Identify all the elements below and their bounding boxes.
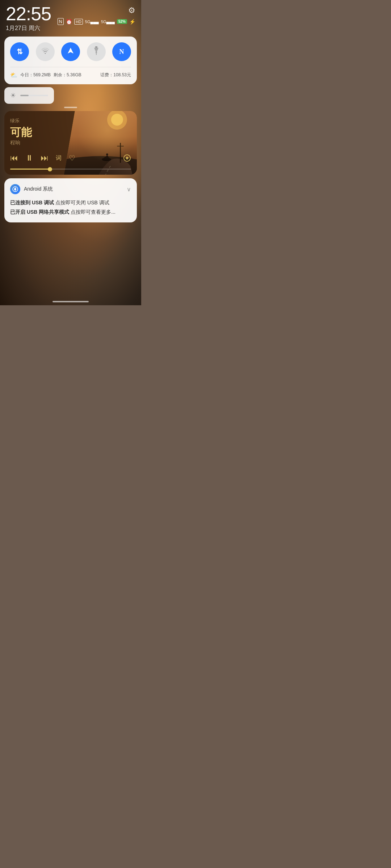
- collapse-handle: [0, 104, 141, 110]
- toggle-data-swap[interactable]: ⇅: [10, 42, 29, 61]
- notification-card[interactable]: Android 系统 ∨ 已连接到 USB 调试 点按即可关闭 USB 调试 已…: [4, 178, 137, 222]
- progress-fill: [10, 169, 50, 170]
- status-icons-group: N ⏰ HD 5G▄▄▄ 5G▄▄▄ 52% ⚡: [58, 18, 135, 25]
- handle-bar: [64, 107, 77, 108]
- brightness-bar[interactable]: ☀: [4, 87, 54, 104]
- 5g-signal-2: 5G▄▄▄: [101, 20, 115, 24]
- notification-expand-icon[interactable]: ∨: [127, 186, 131, 193]
- status-bar: 22:55 1月27日 周六 ⚙ N ⏰ HD 5G▄▄▄ 5G▄▄▄ 52% …: [0, 0, 141, 34]
- notif-app-info: Android 系统: [10, 184, 53, 194]
- nfc-toggle-icon: N: [119, 48, 124, 56]
- next-button[interactable]: ⏭: [41, 153, 49, 163]
- brightness-track[interactable]: [20, 95, 48, 96]
- music-content: 绿乐 可能 程响 ⏮ ⏸ ⏭ 词 ♡: [4, 111, 137, 175]
- 5g-signal-1: 5G▄▄▄: [85, 20, 99, 24]
- date-display: 1月27日 周六: [6, 25, 51, 32]
- android-system-icon: [10, 184, 20, 194]
- brightness-icon: ☀: [10, 92, 16, 99]
- data-remaining: 剩余：5.36GB: [54, 72, 81, 78]
- data-usage-info: ⛅ 今日：569.2MB 剩余：5.36GB 话费：108.53元: [10, 67, 131, 78]
- like-button[interactable]: ♡: [69, 154, 75, 162]
- svg-point-16: [14, 188, 16, 190]
- music-artist: 程响: [10, 140, 131, 146]
- notif-usb-share-bold: 已开启 USB 网络共享模式: [10, 209, 69, 215]
- svg-rect-1: [95, 46, 97, 48]
- data-left-info: ⛅ 今日：569.2MB 剩余：5.36GB: [10, 72, 81, 78]
- settings-icon[interactable]: ⚙: [128, 6, 135, 15]
- alarm-icon: ⏰: [66, 19, 72, 25]
- progress-track[interactable]: [10, 169, 131, 170]
- music-player-card: 绿乐 可能 程响 ⏮ ⏸ ⏭ 词 ♡: [4, 111, 137, 175]
- quick-toggles-row: ⇅: [10, 42, 131, 61]
- progress-thumb: [48, 167, 52, 171]
- notification-line-1: 已连接到 USB 调试 点按即可关闭 USB 调试: [10, 199, 131, 207]
- notif-usb-debug-rest: 点按即可关闭 USB 调试: [54, 200, 109, 205]
- nfc-icon: N: [58, 18, 64, 25]
- toggle-nfc[interactable]: N: [112, 42, 131, 61]
- notification-header: Android 系统 ∨: [10, 184, 131, 194]
- notif-usb-share-rest: 点按即可查看更多...: [69, 209, 115, 215]
- toggle-wifi[interactable]: [36, 42, 55, 61]
- notification-body: 已连接到 USB 调试 点按即可关闭 USB 调试 已开启 USB 网络共享模式…: [10, 199, 131, 217]
- toggle-flashlight[interactable]: [87, 42, 106, 61]
- clock: 22:55: [6, 4, 51, 23]
- notification-line-2: 已开启 USB 网络共享模式 点按即可查看更多...: [10, 208, 131, 217]
- flashlight-icon: [93, 46, 100, 57]
- battery-badge: 52%: [117, 19, 127, 24]
- toggle-location[interactable]: [61, 42, 80, 61]
- notif-app-name: Android 系统: [24, 186, 53, 192]
- svg-marker-0: [68, 48, 73, 54]
- swap-icon: ⇅: [17, 47, 23, 56]
- mode-button[interactable]: [123, 154, 131, 162]
- music-controls: ⏮ ⏸ ⏭ 词 ♡: [10, 153, 131, 163]
- data-today: 今日：569.2MB: [20, 72, 51, 78]
- quick-settings-panel: ⇅: [4, 37, 137, 84]
- location-icon: [67, 47, 75, 57]
- music-app-name: 绿乐: [10, 118, 131, 124]
- pause-button[interactable]: ⏸: [25, 153, 33, 163]
- prev-button[interactable]: ⏮: [10, 153, 18, 163]
- notif-usb-debug-bold: 已连接到 USB 调试: [10, 200, 54, 205]
- music-title: 可能: [10, 126, 131, 138]
- svg-rect-2: [96, 51, 97, 54]
- lyrics-button[interactable]: 词: [56, 154, 62, 162]
- weather-icon: ⛅: [10, 72, 17, 78]
- music-progress[interactable]: [10, 169, 131, 170]
- charging-icon: ⚡: [129, 19, 135, 25]
- hd-icon: HD: [74, 19, 83, 25]
- time-date-block: 22:55 1月27日 周六: [6, 4, 51, 32]
- wifi-icon: [41, 47, 50, 56]
- svg-point-14: [127, 158, 128, 159]
- balance-info: 话费：108.53元: [100, 72, 131, 78]
